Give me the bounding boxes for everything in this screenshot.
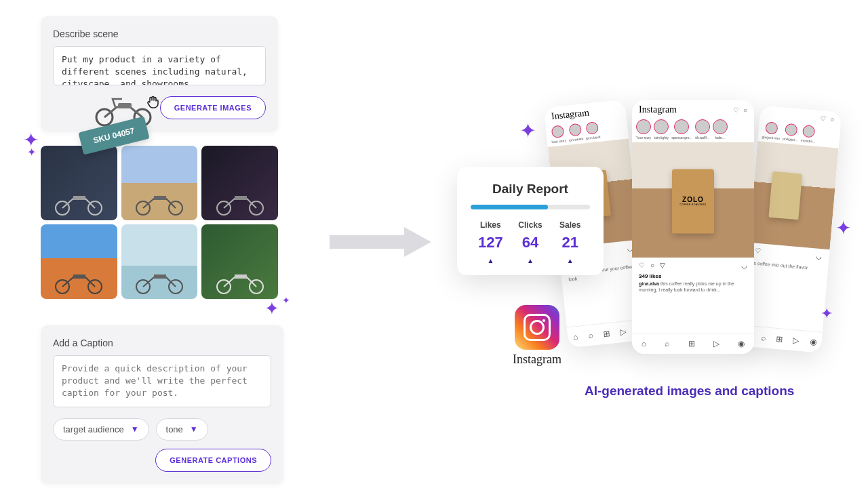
chevron-down-icon: ▼ <box>131 424 139 434</box>
reels-icon[interactable]: ▷ <box>713 339 719 348</box>
phone-mockup-center: Instagram ♡○ Your story tain.lighty spen… <box>632 100 754 354</box>
svg-rect-2 <box>118 103 132 108</box>
coffee-subtitle: COFFEE ROASTERS <box>680 203 707 206</box>
stat-sales: Sales 21 ▲ <box>550 220 590 264</box>
sparkle-icon: ✦ <box>835 217 851 239</box>
tone-select[interactable]: tone ▼ <box>156 418 208 441</box>
svg-rect-11 <box>235 196 247 200</box>
stories-row: Your story tain.lighty spencer.gre... ti… <box>632 117 754 142</box>
tone-label: tone <box>166 424 183 434</box>
arrow-right-icon <box>330 227 431 257</box>
story-item[interactable]: kalie... <box>713 119 728 140</box>
story-item[interactable]: tilt.waffl... <box>695 119 710 140</box>
chevron-down-icon: ▼ <box>190 424 198 434</box>
scene-input[interactable] <box>53 46 266 85</box>
stat-likes: Likes 127 ▲ <box>471 220 511 264</box>
bookmark-icon[interactable]: ◡ <box>741 262 747 269</box>
home-icon[interactable]: ⌂ <box>642 339 646 348</box>
generate-images-button[interactable]: GENERATE IMAGES <box>160 96 266 119</box>
post-image <box>749 141 839 249</box>
instagram-wordmark: Instagram <box>506 352 568 367</box>
post-caption: gina.alva this coffee really picks me up… <box>632 279 754 294</box>
svg-rect-20 <box>235 274 247 279</box>
svg-rect-5 <box>73 196 85 200</box>
triangle-up-icon: ▲ <box>511 257 551 264</box>
story-item[interactable]: spencer.gre... <box>671 119 692 140</box>
post-actions: ♡ ○ ▽ ◡ <box>632 258 754 273</box>
search-icon[interactable]: ⌕ <box>665 339 669 348</box>
caption-input[interactable] <box>53 355 271 407</box>
profile-icon[interactable]: ◉ <box>738 339 745 348</box>
daily-report-card: Daily Report Likes 127 ▲ Clicks 64 ▲ Sal… <box>457 167 604 275</box>
coffee-brand: ZOLO <box>682 196 704 203</box>
generated-image[interactable] <box>41 224 117 299</box>
add-icon[interactable]: ⊞ <box>688 339 695 348</box>
story-item[interactable]: tain.lighty <box>654 119 669 140</box>
svg-rect-17 <box>154 274 166 279</box>
svg-rect-14 <box>73 274 85 279</box>
generated-image[interactable] <box>201 224 278 299</box>
story-item[interactable]: Your story <box>636 119 651 140</box>
sparkle-icon: ✦ <box>27 146 36 159</box>
sparkle-icon: ✦ <box>282 295 290 306</box>
triangle-up-icon: ▲ <box>550 257 590 264</box>
likes-count: 349 likes <box>632 273 754 279</box>
caption-card: Add a Caption target audience ▼ tone ▼ G… <box>41 325 283 484</box>
grab-cursor-icon <box>145 94 161 114</box>
sparkle-icon: ✦ <box>264 298 279 319</box>
caption-title: Add a Caption <box>53 338 271 348</box>
sparkle-icon: ✦ <box>821 305 833 323</box>
tagline: AI-generated images and captions <box>585 384 794 399</box>
instagram-badge: Instagram <box>506 305 568 367</box>
generated-image[interactable] <box>201 146 278 220</box>
heart-icon: ♡ <box>733 106 739 114</box>
post-image: ZOLO COFFEE ROASTERS <box>632 142 754 258</box>
svg-rect-8 <box>154 196 166 200</box>
instagram-app-icon <box>515 305 559 350</box>
instagram-logo-text: Instagram <box>639 104 677 115</box>
generated-image[interactable] <box>121 224 198 299</box>
progress-bar <box>471 205 590 209</box>
comment-icon[interactable]: ○ <box>650 262 654 269</box>
report-title: Daily Report <box>471 182 590 197</box>
stat-clicks: Clicks 64 ▲ <box>511 220 551 264</box>
generate-captions-button[interactable]: GENERATE CAPTIONS <box>155 449 271 472</box>
generated-images-grid <box>41 146 278 299</box>
bottom-nav: ⌂ ⌕ ⊞ ▷ ◉ <box>632 333 754 354</box>
triangle-up-icon: ▲ <box>471 257 511 264</box>
describe-title: Describe scene <box>53 28 266 39</box>
messenger-icon: ○ <box>743 106 747 114</box>
share-icon[interactable]: ▽ <box>660 262 665 269</box>
sparkle-icon: ✦ <box>519 119 536 142</box>
audience-select[interactable]: target audience ▼ <box>53 418 149 441</box>
heart-icon[interactable]: ♡ <box>639 262 645 269</box>
audience-label: target audience <box>63 424 124 434</box>
